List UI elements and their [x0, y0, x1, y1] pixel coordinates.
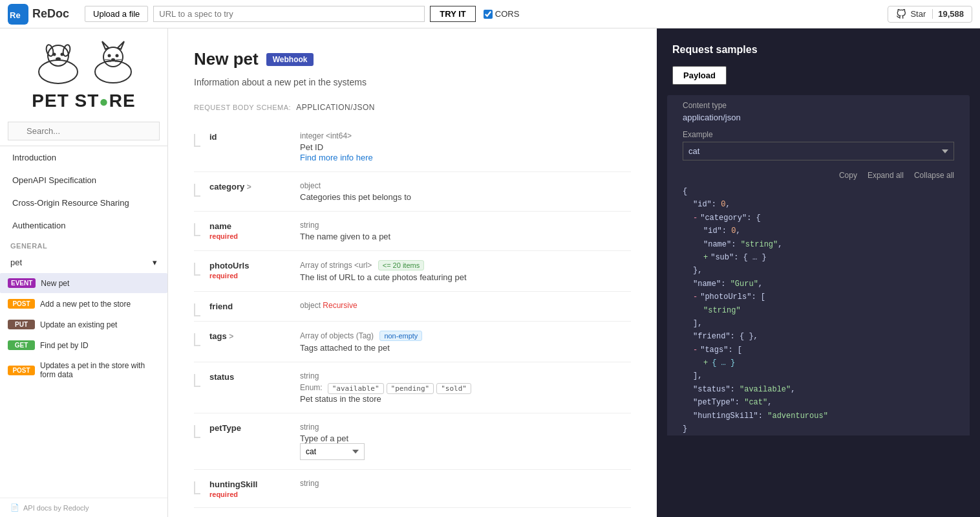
svg-point-6 — [52, 53, 56, 56]
search-input[interactable] — [8, 122, 160, 140]
field-row-id: id integer <int64> Pet ID Find more info… — [194, 122, 631, 172]
field-link[interactable]: Find more info here — [300, 153, 373, 162]
get-badge: GET — [8, 340, 35, 350]
sidebar-item-label: Add a new pet to the store — [40, 300, 131, 309]
tryit-button[interactable]: TRY IT — [430, 6, 475, 22]
sidebar-item-find-pet[interactable]: GET Find pet by ID — [0, 335, 167, 355]
sidebar-item-cors[interactable]: Cross-Origin Resource Sharing — [0, 192, 167, 214]
cors-label-text: CORS — [495, 9, 520, 19]
sidebar-item-authentication[interactable]: Authentication — [0, 214, 167, 237]
redoc-logo-icon: Re — [8, 4, 28, 25]
sidebar-item-label: Find pet by ID — [40, 341, 89, 350]
field-type: object — [300, 181, 631, 190]
event-badge: EVENT — [8, 278, 36, 288]
pettype-select[interactable]: cat dog other — [300, 443, 365, 460]
items-badge: <= 20 items — [378, 260, 424, 270]
field-line — [194, 333, 200, 346]
cors-checkbox[interactable] — [484, 10, 493, 19]
page-header: New pet Webhook — [194, 49, 631, 69]
sidebar-nav: Introduction OpenAPI Specification Cross… — [0, 146, 167, 498]
redocly-icon: 📄 — [10, 503, 19, 512]
example-section: Example cat dog — [667, 130, 970, 166]
expand-icon[interactable]: > — [229, 332, 233, 341]
field-desc: Categories this pet belongs to — [300, 192, 631, 202]
put-badge: PUT — [8, 320, 35, 329]
sidebar-section-general: GENERAL — [0, 237, 167, 252]
sidebar-item-introduction[interactable]: Introduction — [0, 146, 167, 169]
example-label: Example — [683, 130, 954, 139]
svg-point-2 — [39, 60, 78, 83]
field-row-status: status string Enum: "available" "pending… — [194, 362, 631, 413]
example-select[interactable]: cat dog — [683, 142, 954, 160]
upload-file-button[interactable]: Upload a file — [85, 6, 148, 22]
field-name: tags > — [209, 331, 233, 341]
svg-point-10 — [103, 47, 123, 67]
field-required: required — [209, 272, 284, 280]
webhook-badge: Webhook — [266, 53, 314, 66]
field-line — [194, 134, 200, 147]
code-actions: Copy Expand all Collapse all — [667, 166, 970, 185]
svg-line-16 — [105, 60, 111, 60]
star-count: 19,588 — [932, 9, 964, 19]
field-type: string — [300, 371, 631, 380]
field-line — [194, 184, 200, 197]
field-row-pettype: petType string Type of a pet cat dog oth… — [194, 413, 631, 470]
field-type: Array of strings <url> <= 20 items — [300, 260, 631, 270]
field-name: status — [209, 372, 234, 382]
sidebar-group-label: pet — [10, 258, 22, 267]
field-required: required — [209, 232, 284, 240]
content-type-label: Content type — [683, 101, 954, 110]
sidebar-item-add-pet[interactable]: POST Add a new pet to the store — [0, 294, 167, 314]
recursive-link[interactable]: Recursive — [323, 301, 357, 310]
star-button[interactable]: Star 19,588 — [888, 6, 972, 23]
field-line — [194, 223, 200, 236]
logo-dot: ● — [99, 93, 109, 110]
right-panel: Request samples Payload Content type app… — [657, 28, 980, 517]
sidebar-group-pet: pet ▾ — [0, 252, 167, 272]
content-type-section: Content type application/json — [667, 96, 970, 122]
expand-icon[interactable]: > — [247, 182, 251, 192]
copy-button[interactable]: Copy — [839, 171, 857, 180]
content-type-value: application/json — [683, 113, 954, 122]
sidebar-item-openapi[interactable]: OpenAPI Specification — [0, 169, 167, 192]
field-name: photoUrls — [209, 261, 249, 270]
sidebar-item-update-pet-form[interactable]: POST Updates a pet in the store with for… — [0, 356, 167, 384]
field-row-category: category > object Categories this pet be… — [194, 172, 631, 212]
enum-val-pending: "pending" — [387, 383, 434, 394]
field-type: Array of objects (Tag) non-empty — [300, 331, 631, 341]
pet-store-title: PET ST●RE — [32, 91, 135, 111]
svg-point-7 — [60, 53, 63, 56]
request-samples-title: Request samples — [657, 44, 980, 66]
sidebar-item-update-pet[interactable]: PUT Update an existing pet — [0, 314, 167, 335]
payload-tab[interactable]: Payload — [672, 66, 727, 85]
svg-point-13 — [107, 54, 111, 58]
expand-all-button[interactable]: Expand all — [868, 171, 904, 180]
github-icon — [896, 9, 906, 19]
url-spec-input[interactable] — [153, 6, 425, 22]
svg-point-9 — [95, 61, 131, 83]
enum-val-available: "available" — [328, 383, 384, 394]
svg-line-18 — [115, 60, 122, 60]
post-badge-2: POST — [8, 366, 35, 375]
collapse-all-button[interactable]: Collapse all — [914, 171, 954, 180]
field-type: integer <int64> — [300, 131, 631, 140]
sidebar-item-label: Update an existing pet — [40, 320, 117, 329]
field-line — [194, 374, 200, 387]
field-type: object Recursive — [300, 301, 631, 310]
field-desc: Pet status in the store — [300, 394, 631, 404]
field-name: category > — [209, 182, 251, 192]
field-name: name — [209, 221, 231, 231]
field-row-huntingskill: huntingSkill required string — [194, 470, 631, 508]
field-name: id — [209, 132, 217, 142]
field-desc: Tags attached to the pet — [300, 343, 631, 353]
schema-value: application/json — [296, 103, 375, 112]
sidebar-item-label: Updates a pet in the store with form dat… — [40, 361, 160, 379]
field-required: required — [209, 490, 284, 498]
animals-svg — [19, 36, 149, 88]
field-desc: Pet ID — [300, 142, 631, 152]
sidebar-group-pet-header[interactable]: pet ▾ — [10, 255, 157, 270]
field-desc: The list of URL to a cute photos featuri… — [300, 272, 631, 282]
page-description: Information about a new pet in the syste… — [194, 77, 631, 87]
sidebar-item-new-pet[interactable]: EVENT New pet — [0, 273, 167, 293]
sidebar-footer: 📄 API docs by Redocly — [0, 498, 167, 517]
